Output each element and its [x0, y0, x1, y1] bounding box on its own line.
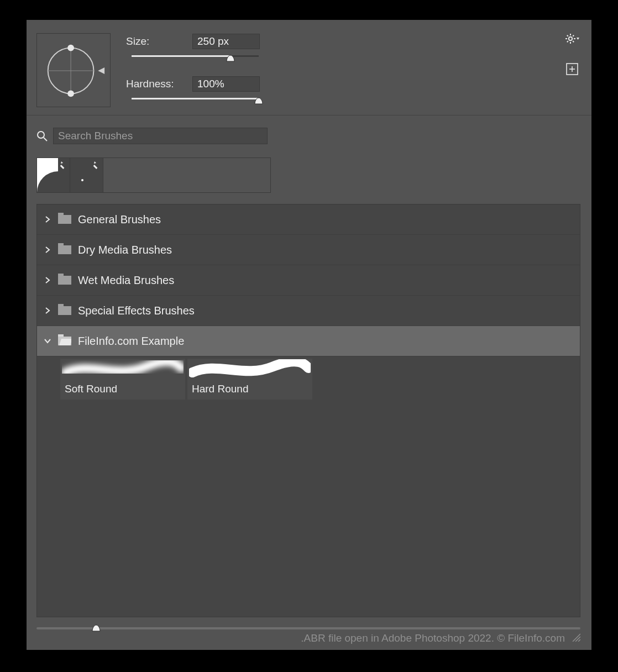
svg-line-11 [567, 35, 568, 36]
folder-open-icon [58, 334, 71, 348]
folder-label: Wet Media Brushes [78, 274, 174, 287]
brush-presets-panel: Size: Hardness: [27, 20, 591, 650]
folder-general-brushes[interactable]: General Brushes [37, 204, 580, 235]
svg-line-39 [578, 639, 580, 642]
svg-marker-15 [577, 38, 579, 40]
folder-label: General Brushes [78, 213, 161, 226]
size-slider-thumb[interactable] [226, 54, 235, 64]
chevron-right-icon [44, 216, 51, 223]
svg-marker-22 [61, 161, 63, 164]
brush-name: Soft Round [60, 380, 185, 400]
hardness-input[interactable] [192, 76, 260, 92]
svg-marker-25 [94, 161, 96, 164]
recent-brush-1[interactable] [70, 158, 103, 192]
brush-list-area: General Brushes Dry Media Brushes Wet [27, 116, 591, 621]
zoom-slider-thumb[interactable] [91, 624, 101, 634]
hardness-label: Hardness: [126, 78, 192, 90]
folder-icon [58, 243, 71, 257]
chevron-down-icon [44, 338, 51, 344]
folder-label: Dry Media Brushes [78, 244, 172, 256]
brush-tip-preview[interactable] [36, 33, 111, 107]
folder-special-effects-brushes[interactable]: Special Effects Brushes [37, 296, 580, 326]
svg-line-38 [575, 637, 580, 642]
svg-rect-31 [58, 274, 64, 277]
chevron-right-icon [44, 307, 51, 314]
brush-tree: General Brushes Dry Media Brushes Wet [36, 204, 580, 617]
folder-wet-media-brushes[interactable]: Wet Media Brushes [37, 265, 580, 296]
hardness-slider-thumb[interactable] [254, 97, 264, 107]
svg-rect-24 [93, 165, 98, 169]
brush-stroke-preview [60, 359, 185, 380]
svg-rect-21 [60, 165, 65, 169]
folder-dry-media-brushes[interactable]: Dry Media Brushes [37, 235, 580, 265]
size-input[interactable] [192, 34, 260, 49]
svg-point-3 [67, 45, 74, 51]
hardness-slider[interactable] [132, 98, 259, 99]
brush-name: Hard Round [187, 380, 312, 400]
brush-controls: Size: Hardness: [126, 33, 580, 99]
folder-icon [58, 213, 71, 227]
svg-point-6 [569, 37, 572, 40]
search-icon[interactable] [36, 130, 48, 141]
svg-line-13 [567, 41, 568, 42]
folder-icon [58, 274, 71, 287]
footer-caption: .ABR file open in Adobe Photoshop 2022. … [301, 632, 565, 644]
svg-rect-33 [58, 304, 64, 307]
size-label: Size: [126, 35, 192, 48]
folder-fileinfo-example[interactable]: FileInfo.com Example [37, 326, 580, 356]
svg-marker-5 [98, 67, 104, 74]
svg-rect-26 [58, 215, 71, 224]
svg-point-4 [67, 90, 74, 97]
brush-stroke-preview [187, 359, 312, 380]
recent-brush-0[interactable] [37, 158, 70, 192]
svg-rect-32 [58, 306, 71, 315]
new-preset-icon[interactable] [566, 63, 578, 75]
resize-handle-icon[interactable] [570, 632, 580, 644]
search-input[interactable] [53, 128, 268, 144]
brush-soft-round[interactable]: Soft Round [60, 359, 185, 400]
svg-rect-27 [58, 213, 64, 216]
panel-footer: .ABR file open in Adobe Photoshop 2022. … [27, 621, 591, 650]
svg-rect-28 [58, 245, 71, 254]
svg-line-20 [44, 138, 47, 141]
brush-settings-header: Size: Hardness: [27, 20, 591, 116]
thumbnail-zoom-slider[interactable] [36, 627, 580, 629]
folder-label: Special Effects Brushes [78, 305, 195, 317]
svg-rect-29 [58, 243, 64, 246]
gear-icon[interactable] [565, 33, 579, 44]
size-slider-fill [132, 55, 231, 57]
hardness-slider-fill [132, 98, 259, 99]
size-slider[interactable] [132, 55, 259, 57]
brush-grid: Soft Round Hard Round [37, 356, 580, 402]
svg-line-12 [573, 41, 574, 42]
svg-point-19 [38, 132, 44, 138]
svg-point-23 [81, 179, 83, 181]
chevron-right-icon [44, 246, 51, 254]
folder-icon [58, 304, 71, 318]
brush-hard-round[interactable]: Hard Round [187, 359, 312, 400]
recent-empty [103, 158, 270, 192]
folder-label: FileInfo.com Example [78, 335, 184, 348]
svg-line-14 [573, 35, 574, 36]
svg-rect-30 [58, 276, 71, 285]
recent-brushes [36, 158, 271, 193]
chevron-right-icon [44, 276, 51, 284]
